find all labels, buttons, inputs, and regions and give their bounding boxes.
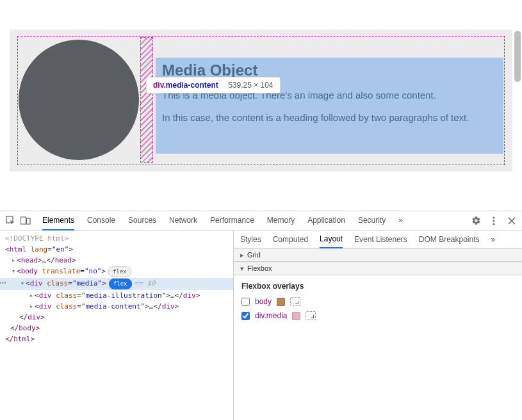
subtab-computed[interactable]: Computed bbox=[273, 231, 308, 248]
overlay-name-body[interactable]: body bbox=[255, 297, 272, 306]
section-flexbox[interactable]: ▾ Flexbox bbox=[234, 262, 522, 275]
twisty-icon[interactable]: ▸ bbox=[28, 291, 35, 300]
devtools-tabs: Elements Console Sources Network Perform… bbox=[42, 211, 466, 230]
flex-gap-hatch bbox=[140, 37, 153, 163]
subtab-styles[interactable]: Styles bbox=[240, 231, 261, 248]
subtab-dom-breakpoints[interactable]: DOM Breakpoints bbox=[419, 231, 480, 248]
flexbox-section-body: Flexbox overlays body div.media bbox=[234, 275, 522, 332]
twisty-down-icon[interactable]: ▾ bbox=[10, 266, 17, 276]
elements-panel: <!DOCTYPE html> <html lang="en"> ▸<head>… bbox=[0, 230, 234, 420]
twisty-icon: ▸ bbox=[239, 251, 245, 259]
color-swatch-media[interactable] bbox=[292, 312, 300, 320]
tree-div-content[interactable]: ▸<div class="media-content">…</div> bbox=[0, 301, 233, 312]
overlay-checkbox-body[interactable] bbox=[241, 298, 250, 306]
page-preview: Media Object This is a media object. The… bbox=[0, 29, 522, 211]
tree-doctype[interactable]: <!DOCTYPE html> bbox=[0, 233, 233, 244]
tree-div-media[interactable]: ▾<div class="media">flex== $0 bbox=[0, 278, 233, 290]
twisty-icon[interactable]: ▸ bbox=[28, 302, 35, 311]
media-card: Media Object This is a media object. The… bbox=[10, 29, 512, 172]
tooltip-tag: div bbox=[153, 81, 163, 90]
overlay-checkbox-media[interactable] bbox=[241, 312, 250, 320]
tree-html-open[interactable]: <html lang="en"> bbox=[0, 244, 233, 255]
tree-html-close[interactable]: </html> bbox=[0, 334, 233, 344]
media-illustration-circle bbox=[19, 40, 139, 160]
overlay-row-media: div.media bbox=[241, 311, 514, 320]
device-toolbar-icon[interactable] bbox=[20, 216, 31, 226]
styles-panel: Styles Computed Layout Event Listeners D… bbox=[234, 230, 522, 420]
tooltip-class: .media-content bbox=[163, 81, 218, 90]
kebab-menu-icon[interactable] bbox=[489, 216, 499, 226]
inspect-element-icon[interactable] bbox=[5, 216, 15, 226]
subtab-layout[interactable]: Layout bbox=[320, 230, 343, 248]
svg-rect-2 bbox=[27, 218, 31, 224]
subtabs-overflow[interactable]: » bbox=[491, 231, 496, 248]
media-paragraph-2: In this case, the content is a heading f… bbox=[162, 111, 497, 124]
selected-marker: == $0 bbox=[135, 279, 156, 287]
section-grid[interactable]: ▸ Grid bbox=[234, 248, 522, 262]
devtools: Elements Console Sources Network Perform… bbox=[0, 211, 522, 420]
close-icon[interactable] bbox=[507, 216, 517, 226]
tree-div-media-close[interactable]: </div> bbox=[0, 312, 233, 323]
media-content-highlight: Media Object This is a media object. The… bbox=[156, 58, 503, 154]
overlay-options-body[interactable] bbox=[290, 297, 300, 306]
scrollbar[interactable] bbox=[514, 31, 521, 82]
tab-elements[interactable]: Elements bbox=[42, 211, 74, 230]
tab-security[interactable]: Security bbox=[358, 211, 386, 230]
svg-point-4 bbox=[493, 220, 495, 222]
svg-point-3 bbox=[493, 216, 495, 218]
tooltip-dimensions: 539.25 × 104 bbox=[228, 81, 273, 90]
tab-performance[interactable]: Performance bbox=[210, 211, 254, 230]
tab-sources[interactable]: Sources bbox=[128, 211, 156, 230]
tree-head[interactable]: ▸<head>…</head> bbox=[0, 255, 233, 266]
overlay-name-media[interactable]: div.media bbox=[255, 311, 287, 320]
tab-console[interactable]: Console bbox=[87, 211, 115, 230]
color-swatch-body[interactable] bbox=[277, 298, 285, 306]
tabs-overflow[interactable]: » bbox=[398, 211, 403, 230]
media-flex-row: Media Object This is a media object. The… bbox=[19, 37, 503, 163]
overlay-row-body: body bbox=[241, 297, 514, 306]
dom-tree[interactable]: <!DOCTYPE html> <html lang="en"> ▸<head>… bbox=[0, 230, 233, 420]
twisty-down-icon: ▾ bbox=[239, 264, 245, 273]
tab-application[interactable]: Application bbox=[307, 211, 345, 230]
twisty-down-icon[interactable]: ▾ bbox=[19, 279, 26, 288]
overlay-options-media[interactable] bbox=[306, 311, 316, 320]
tree-body-open[interactable]: ▾<body translate="no">flex bbox=[0, 266, 233, 278]
tree-div-illustration[interactable]: ▸<div class="media-illustration">…</div> bbox=[0, 290, 233, 301]
inspect-tooltip: div.media-content 539.25 × 104 bbox=[146, 77, 281, 93]
svg-point-5 bbox=[493, 223, 495, 225]
devtools-main: <!DOCTYPE html> <html lang="en"> ▸<head>… bbox=[0, 230, 522, 420]
flexbox-overlays-title: Flexbox overlays bbox=[241, 282, 514, 291]
tree-body-close[interactable]: </body> bbox=[0, 323, 233, 334]
styles-subtabs: Styles Computed Layout Event Listeners D… bbox=[234, 230, 522, 248]
twisty-icon[interactable]: ▸ bbox=[10, 255, 17, 265]
devtools-toolbar: Elements Console Sources Network Perform… bbox=[0, 211, 522, 230]
gear-icon[interactable] bbox=[471, 216, 481, 226]
subtab-event-listeners[interactable]: Event Listeners bbox=[354, 231, 407, 248]
svg-rect-1 bbox=[21, 217, 26, 224]
flex-badge-active[interactable]: flex bbox=[109, 279, 132, 289]
tab-memory[interactable]: Memory bbox=[267, 211, 295, 230]
flex-badge[interactable]: flex bbox=[108, 266, 131, 277]
tab-network[interactable]: Network bbox=[169, 211, 197, 230]
